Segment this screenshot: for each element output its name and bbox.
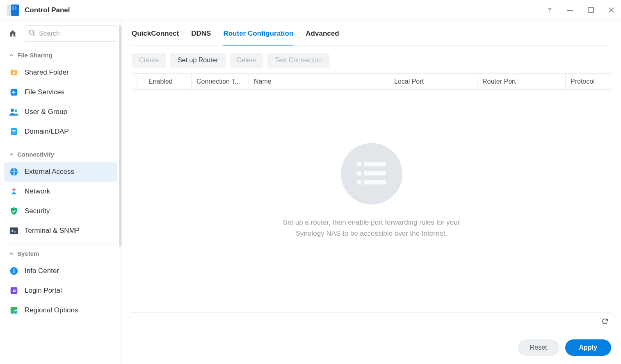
svg-rect-6 <box>588 7 594 13</box>
maximize-icon[interactable] <box>587 6 595 14</box>
column-label: Router Port <box>482 78 516 85</box>
column-label: Name <box>254 78 272 85</box>
svg-rect-15 <box>12 132 15 132</box>
svg-point-4 <box>549 11 550 12</box>
sidebar-item-user-group[interactable]: User & Group <box>4 102 117 122</box>
sidebar-item-label: Regional Options <box>25 306 78 314</box>
sidebar-item-label: External Access <box>25 168 74 176</box>
column-router-port[interactable]: Router Port <box>477 74 566 89</box>
svg-line-8 <box>33 34 35 36</box>
folder-icon <box>9 68 19 77</box>
svg-rect-5 <box>567 10 573 11</box>
table-footer <box>132 312 611 330</box>
column-label: Enabled <box>148 78 173 85</box>
empty-list-icon <box>341 143 402 205</box>
section-header-connectivity[interactable]: Connectivity <box>4 147 117 162</box>
help-icon[interactable] <box>546 6 554 14</box>
svg-rect-30 <box>364 180 386 184</box>
svg-rect-14 <box>12 130 15 131</box>
select-all-checkbox[interactable] <box>137 78 144 85</box>
tab-ddns[interactable]: DDNS <box>191 30 211 45</box>
search-input[interactable] <box>39 30 113 37</box>
create-button: Create <box>132 53 166 68</box>
sidebar-item-terminal-snmp[interactable]: Terminal & SNMP <box>4 221 117 241</box>
empty-message: Set up a router, then enable port forwar… <box>281 217 462 239</box>
section-label: File Sharing <box>17 52 53 59</box>
section-header-system[interactable]: System <box>4 246 117 261</box>
search-box[interactable] <box>24 25 117 42</box>
sidebar-item-domain-ldap[interactable]: Domain/LDAP <box>4 122 117 141</box>
content-area: QuickConnect DDNS Router Configuration A… <box>122 20 621 364</box>
tab-advanced[interactable]: Advanced <box>306 30 339 45</box>
column-label: Connection T... <box>196 78 240 85</box>
column-label: Local Port <box>394 78 424 85</box>
sidebar-item-label: Security <box>25 207 50 215</box>
regional-icon <box>9 305 19 315</box>
svg-point-12 <box>15 109 17 112</box>
chevron-up-icon <box>9 53 14 58</box>
home-button[interactable] <box>6 27 20 41</box>
tab-quickconnect[interactable]: QuickConnect <box>132 30 179 45</box>
shield-icon <box>9 206 19 216</box>
test-connection-button: Test Connection <box>267 53 329 68</box>
refresh-button[interactable] <box>599 315 611 328</box>
network-icon <box>9 187 19 196</box>
svg-rect-26 <box>364 162 386 166</box>
search-icon <box>28 29 36 38</box>
chevron-up-icon <box>9 152 14 157</box>
sidebar-item-label: File Services <box>25 88 64 96</box>
tab-router-configuration[interactable]: Router Configuration <box>223 30 293 45</box>
sidebar-item-file-services[interactable]: File Services <box>4 82 117 102</box>
section-header-file-sharing[interactable]: File Sharing <box>4 48 117 63</box>
sidebar-item-label: Terminal & SNMP <box>25 227 80 235</box>
sidebar-item-login-portal[interactable]: Login Portal <box>4 281 117 300</box>
terminal-icon <box>9 226 19 236</box>
domain-icon <box>9 127 19 136</box>
sidebar-item-label: Shared Folder <box>25 68 69 77</box>
setup-router-button[interactable]: Set up Router <box>170 53 226 68</box>
sidebar-item-label: Info Center <box>25 267 59 275</box>
svg-rect-9 <box>13 72 15 74</box>
svg-rect-21 <box>14 270 15 273</box>
login-portal-icon <box>9 286 19 296</box>
globe-icon <box>9 167 19 177</box>
column-enabled[interactable]: Enabled <box>132 74 192 89</box>
scrollbar[interactable] <box>119 25 121 247</box>
chevron-up-icon <box>9 251 14 256</box>
column-protocol[interactable]: Protocol <box>566 74 611 89</box>
sidebar-item-external-access[interactable]: External Access <box>4 162 117 182</box>
svg-rect-29 <box>357 180 361 184</box>
section-label: System <box>17 250 39 257</box>
svg-point-20 <box>14 268 15 270</box>
sidebar-item-label: User & Group <box>25 108 67 116</box>
column-connection-type[interactable]: Connection T... <box>192 74 249 89</box>
column-name[interactable]: Name <box>249 74 389 89</box>
minimize-icon[interactable] <box>566 6 574 14</box>
apply-button[interactable]: Apply <box>565 339 611 356</box>
sidebar-item-label: Login Portal <box>25 287 62 295</box>
sidebar-item-security[interactable]: Security <box>4 201 117 221</box>
svg-rect-28 <box>364 171 386 175</box>
reset-button[interactable]: Reset <box>518 339 559 356</box>
sidebar-item-regional-options[interactable]: Regional Options <box>4 300 117 320</box>
users-icon <box>9 107 19 117</box>
action-bar: Reset Apply <box>132 330 611 356</box>
svg-rect-0 <box>7 5 11 16</box>
svg-rect-2 <box>12 6 14 10</box>
empty-state: Set up a router, then enable port forwar… <box>132 90 611 239</box>
divider <box>4 243 117 243</box>
column-local-port[interactable]: Local Port <box>389 74 477 89</box>
divider <box>4 144 117 144</box>
rules-table: Enabled Connection T... Name Local Port … <box>132 73 611 90</box>
svg-point-7 <box>29 30 34 34</box>
sidebar-item-label: Domain/LDAP <box>25 127 69 136</box>
sidebar-item-shared-folder[interactable]: Shared Folder <box>4 63 117 82</box>
tab-bar: QuickConnect DDNS Router Configuration A… <box>132 20 611 46</box>
table-header: Enabled Connection T... Name Local Port … <box>132 74 611 89</box>
sidebar-item-info-center[interactable]: Info Center <box>4 261 117 281</box>
sidebar-item-network[interactable]: Network <box>4 182 117 201</box>
svg-rect-27 <box>357 171 361 175</box>
svg-rect-17 <box>14 190 14 193</box>
svg-point-11 <box>11 109 14 112</box>
close-icon[interactable] <box>607 6 615 14</box>
